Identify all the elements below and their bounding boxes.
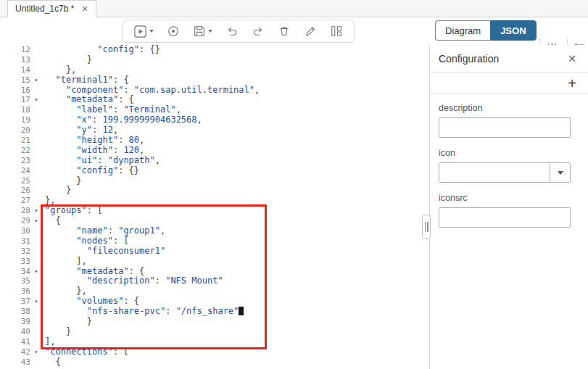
code-area: 12 "config": {}13 }14 },15▾ "terminal1":… — [0, 45, 429, 368]
fold-arrow-icon[interactable]: ▾ — [30, 75, 42, 86]
redo-button[interactable] — [252, 25, 265, 38]
code-line[interactable]: 15▾ "terminal1": { — [0, 75, 429, 86]
line-number: 43 — [0, 357, 30, 368]
code-line[interactable]: 34▾ "metadata": { — [0, 267, 429, 277]
line-number: 22 — [0, 146, 30, 156]
panel-close-icon[interactable]: ✕ — [568, 54, 576, 64]
code-text: "description": "NFS Mount" — [42, 276, 223, 286]
run-button[interactable] — [133, 25, 154, 38]
code-line[interactable]: 40 } — [0, 327, 429, 337]
line-number: 26 — [0, 186, 30, 196]
fold-arrow-icon[interactable]: ▾ — [30, 267, 42, 277]
line-number: 20 — [0, 125, 30, 136]
line-number: 18 — [0, 105, 30, 115]
code-line[interactable]: 39 } — [0, 317, 429, 327]
tab-diagram[interactable]: Diagram — [435, 20, 490, 41]
line-number: 38 — [0, 307, 30, 317]
auto-layout-icon — [330, 25, 343, 38]
undo-button[interactable] — [225, 25, 239, 38]
code-line[interactable]: 24 "config": {} — [0, 166, 429, 176]
panel-splitter-handle[interactable] — [422, 215, 431, 239]
fold-arrow-icon[interactable]: ▾ — [30, 297, 42, 307]
code-text: } — [42, 327, 71, 337]
fold-spacer — [30, 45, 42, 55]
toolbar-icon-group — [122, 20, 355, 43]
code-line[interactable]: 22 "width": 120, — [0, 146, 429, 156]
code-text: "y": 12, — [42, 125, 118, 136]
fold-arrow-icon[interactable]: ▾ — [30, 206, 42, 216]
code-line[interactable]: 18 "label": "Terminal", — [0, 105, 429, 115]
code-line[interactable]: 35 "description": "NFS Mount" — [0, 276, 429, 286]
code-line[interactable]: 21 "height": 80, — [0, 136, 429, 146]
field-label-description: description — [439, 103, 576, 113]
document-tab[interactable]: Untitled_1c7b * ✕ — [7, 0, 96, 17]
edit-button[interactable] — [304, 25, 317, 38]
auto-layout-button[interactable] — [330, 25, 343, 38]
code-line[interactable]: 31 "nodes": [ — [0, 236, 429, 246]
code-text: "component": "com.sap.util.terminal", — [42, 86, 260, 96]
code-line[interactable]: 13 } — [0, 55, 429, 65]
save-dropdown-caret-icon[interactable] — [208, 30, 212, 33]
code-line[interactable]: 36 }, — [0, 286, 429, 297]
fold-spacer — [30, 236, 42, 246]
configuration-panel: Configuration ✕ + descriptioniconiconsrc — [429, 45, 588, 369]
code-line[interactable]: 33 ], — [0, 257, 429, 267]
code-line[interactable]: 42▾"connections": [ — [0, 347, 429, 357]
code-line[interactable]: 12 "config": {} — [0, 45, 429, 55]
code-line[interactable]: 28▾"groups": [ — [0, 206, 429, 216]
delete-button[interactable] — [278, 25, 291, 38]
code-line[interactable]: 23 "ui": "dynpath", — [0, 156, 429, 166]
add-property-icon[interactable]: + — [568, 76, 576, 91]
code-line[interactable]: 43 { — [0, 357, 429, 368]
tab-json[interactable]: JSON — [490, 20, 536, 41]
json-code-editor[interactable]: 12 "config": {}13 }14 },15▾ "terminal1":… — [0, 45, 429, 369]
code-text: "x": 199.99999904632568, — [42, 115, 202, 125]
configuration-form: descriptioniconiconsrc — [430, 94, 588, 228]
toolbar: DiagramJSON — [0, 18, 588, 45]
code-line[interactable]: 20 "y": 12, — [0, 125, 429, 136]
code-line[interactable]: 16 "component": "com.sap.util.terminal", — [0, 86, 429, 96]
code-text: "label": "Terminal", — [42, 105, 181, 115]
code-line[interactable]: 17▾ "metadata": { — [0, 95, 429, 105]
code-line[interactable]: 19 "x": 199.99999904632568, — [0, 115, 429, 125]
fold-arrow-icon[interactable]: ▾ — [30, 95, 42, 105]
code-line[interactable]: 27}, — [0, 196, 429, 206]
fold-spacer — [30, 327, 42, 337]
icon-dropdown-button[interactable] — [550, 163, 570, 182]
code-line[interactable]: 29▾ { — [0, 216, 429, 226]
code-line[interactable]: 25 } — [0, 176, 429, 186]
fold-spacer — [30, 246, 42, 257]
code-line[interactable]: 14 }, — [0, 65, 429, 75]
line-number: 33 — [0, 257, 30, 267]
undo-icon — [225, 25, 239, 38]
code-text: "metadata": { — [42, 267, 144, 277]
fold-arrow-icon[interactable]: ▾ — [30, 216, 42, 226]
code-line[interactable]: 26 } — [0, 186, 429, 196]
run-dropdown-caret-icon[interactable] — [149, 30, 154, 33]
fold-spacer — [30, 146, 42, 156]
code-line[interactable]: 37▾ "volumes": { — [0, 297, 429, 307]
save-button[interactable] — [193, 25, 212, 38]
iconsrc-input[interactable] — [439, 207, 571, 228]
redo-icon — [252, 25, 265, 38]
fold-spacer — [30, 186, 42, 196]
description-input[interactable] — [439, 117, 571, 138]
line-number: 39 — [0, 317, 30, 327]
code-line[interactable]: 38 "nfs-share-pvc": "/nfs_share" — [0, 307, 429, 317]
code-line[interactable]: 30 "name": "group1", — [0, 226, 429, 236]
code-line[interactable]: 41], — [0, 337, 429, 347]
code-line[interactable]: 32 "fileconsumer1" — [0, 246, 429, 257]
line-number: 30 — [0, 226, 30, 236]
line-number: 42 — [0, 347, 30, 357]
code-text: "config": {} — [42, 166, 139, 176]
line-number: 40 — [0, 327, 30, 337]
icon-input[interactable] — [439, 163, 550, 182]
tab-close-icon[interactable]: ✕ — [81, 5, 88, 13]
fold-arrow-icon[interactable]: ▾ — [30, 347, 42, 357]
code-text: "metadata": { — [42, 95, 134, 105]
record-button[interactable] — [167, 25, 180, 38]
panel-add-row: + — [430, 72, 588, 94]
line-number: 28 — [0, 206, 30, 216]
chevron-down-icon — [558, 171, 563, 175]
fold-spacer — [30, 307, 42, 317]
